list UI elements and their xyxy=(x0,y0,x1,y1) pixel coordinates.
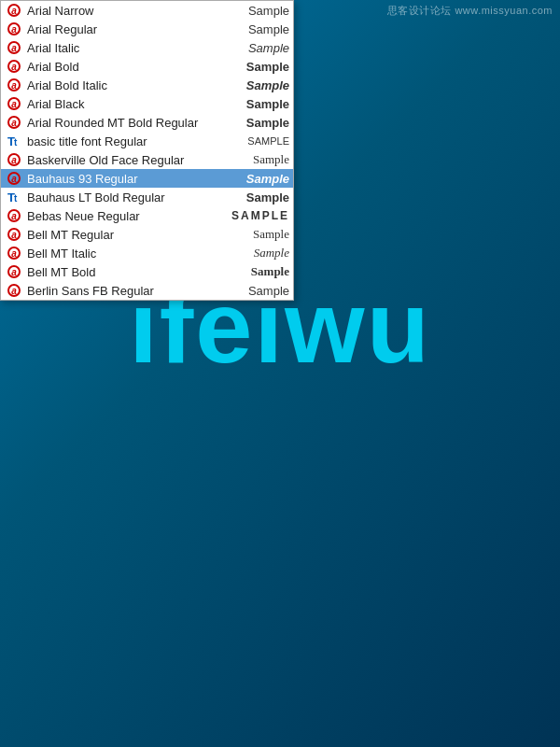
font-icon-arial-bi: a xyxy=(5,78,23,92)
svg-text:t: t xyxy=(14,193,18,204)
font-row-bauhaus93[interactable]: a Bauhaus 93 RegularSample xyxy=(1,169,293,188)
font-sample-bauhaus-lt: Sample xyxy=(224,190,289,204)
font-row-bell-italic[interactable]: a Bell MT ItalicSample xyxy=(1,244,293,262)
font-row-bell-bold[interactable]: a Bell MT BoldSample xyxy=(1,262,293,281)
font-name-bauhaus93: Bauhaus 93 Regular xyxy=(27,172,224,186)
font-icon-bell-italic: a xyxy=(5,246,23,261)
font-icon-bauhaus-lt: T t xyxy=(5,190,23,204)
font-sample-arial-bi: Sample xyxy=(224,78,289,92)
svg-text:a: a xyxy=(11,248,17,259)
font-icon-basictitle: T t xyxy=(5,134,23,148)
font-sample-arial-narrow: Sample xyxy=(224,4,289,18)
font-sample-basictitle: SAMPLE xyxy=(224,135,289,147)
font-name-bell-regular: Bell MT Regular xyxy=(27,228,224,242)
svg-text:a: a xyxy=(11,43,17,53)
font-sample-arial-bold: Sample xyxy=(224,60,289,74)
font-name-bell-italic: Bell MT Italic xyxy=(27,247,224,261)
font-sample-bauhaus93: Sample xyxy=(224,172,289,186)
font-sample-arial-black: Sample xyxy=(224,97,289,111)
font-name-baskerville: Baskerville Old Face Regular xyxy=(27,153,224,167)
font-dropdown-panel: a Arial NarrowSample a Arial RegularSamp… xyxy=(0,0,294,301)
svg-text:a: a xyxy=(11,118,17,128)
watermark: 思客设计论坛 www.missyuan.com xyxy=(387,4,553,18)
font-name-arial-bi: Arial Bold Italic xyxy=(27,78,224,92)
font-row-bebas[interactable]: a Bebas Neue RegularSAMPLE xyxy=(1,206,293,225)
font-name-bebas: Bebas Neue Regular xyxy=(27,209,224,223)
font-icon-arial-rounded: a xyxy=(5,115,23,130)
font-sample-berlin: Sample xyxy=(224,284,289,298)
font-icon-baskerville: a xyxy=(5,152,23,167)
font-name-basictitle: basic title font Regular xyxy=(27,134,224,148)
font-row-bell-regular[interactable]: a Bell MT RegularSample xyxy=(1,225,293,244)
font-icon-bebas: a xyxy=(5,208,23,223)
font-name-berlin: Berlin Sans FB Regular xyxy=(27,284,224,298)
font-sample-arial-regular: Sample xyxy=(224,22,289,36)
svg-text:a: a xyxy=(11,155,17,165)
font-sample-bell-regular: Sample xyxy=(224,227,289,242)
svg-text:a: a xyxy=(11,211,17,221)
svg-text:a: a xyxy=(11,62,17,72)
font-icon-bauhaus93: a xyxy=(5,171,23,186)
svg-text:a: a xyxy=(11,230,17,240)
font-name-arial-bold: Arial Bold xyxy=(27,60,224,74)
font-icon-arial-bold: a xyxy=(5,59,23,74)
font-sample-bell-italic: Sample xyxy=(224,246,289,261)
font-icon-arial-black: a xyxy=(5,96,23,111)
font-row-basictitle[interactable]: T t basic title font RegularSAMPLE xyxy=(1,132,293,150)
font-row-bauhaus-lt[interactable]: T t Bauhaus LT Bold RegularSample xyxy=(1,188,293,206)
svg-text:a: a xyxy=(11,286,17,296)
svg-text:a: a xyxy=(11,6,17,16)
font-sample-arial-italic: Sample xyxy=(224,41,289,55)
svg-text:t: t xyxy=(14,137,18,148)
font-name-arial-black: Arial Black xyxy=(27,97,224,111)
font-row-arial-rounded[interactable]: a Arial Rounded MT Bold RegularSample xyxy=(1,113,293,132)
font-name-arial-rounded: Arial Rounded MT Bold Regular xyxy=(27,116,224,130)
font-row-arial-narrow[interactable]: a Arial NarrowSample xyxy=(1,1,293,20)
font-row-arial-regular[interactable]: a Arial RegularSample xyxy=(1,20,293,38)
font-name-bauhaus-lt: Bauhaus LT Bold Regular xyxy=(27,190,224,204)
svg-text:a: a xyxy=(11,267,17,277)
svg-text:a: a xyxy=(11,99,17,109)
font-icon-arial-italic: a xyxy=(5,40,23,55)
font-name-bell-bold: Bell MT Bold xyxy=(27,265,224,279)
font-sample-bell-bold: Sample xyxy=(224,264,289,279)
font-name-arial-narrow: Arial Narrow xyxy=(27,4,224,18)
font-sample-arial-rounded: Sample xyxy=(224,116,289,130)
svg-text:a: a xyxy=(11,24,17,35)
font-row-arial-italic[interactable]: a Arial ItalicSample xyxy=(1,38,293,57)
font-icon-bell-bold: a xyxy=(5,264,23,279)
font-row-arial-bi[interactable]: a Arial Bold ItalicSample xyxy=(1,76,293,94)
font-icon-bell-regular: a xyxy=(5,227,23,242)
font-icon-berlin: a xyxy=(5,283,23,298)
font-icon-arial-narrow: a xyxy=(5,3,23,18)
font-name-arial-italic: Arial Italic xyxy=(27,41,224,55)
svg-text:a: a xyxy=(11,80,17,91)
font-row-berlin[interactable]: a Berlin Sans FB RegularSample xyxy=(1,281,293,300)
svg-text:a: a xyxy=(11,174,17,184)
font-row-arial-bold[interactable]: a Arial BoldSample xyxy=(1,57,293,76)
font-icon-arial-regular: a xyxy=(5,21,23,36)
font-sample-bebas: SAMPLE xyxy=(224,209,289,222)
font-name-arial-regular: Arial Regular xyxy=(27,22,224,36)
font-row-arial-black[interactable]: a Arial BlackSample xyxy=(1,94,293,113)
font-row-baskerville[interactable]: a Baskerville Old Face RegularSample xyxy=(1,150,293,169)
font-sample-baskerville: Sample xyxy=(224,152,289,167)
